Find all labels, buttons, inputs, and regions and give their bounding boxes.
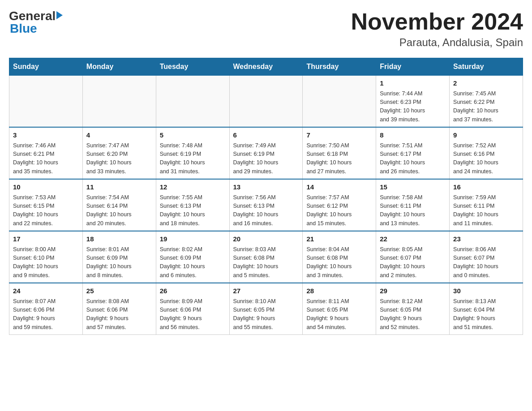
calendar-cell: 30Sunrise: 8:13 AMSunset: 6:04 PMDayligh…: [450, 283, 523, 335]
calendar-cell: 27Sunrise: 8:10 AMSunset: 6:05 PMDayligh…: [229, 283, 303, 335]
logo: General Blue: [9, 9, 63, 36]
calendar-cell: 9Sunrise: 7:52 AMSunset: 6:16 PMDaylight…: [450, 127, 523, 179]
calendar-cell: 18Sunrise: 8:01 AMSunset: 6:09 PMDayligh…: [82, 231, 156, 283]
calendar-cell: 28Sunrise: 8:11 AMSunset: 6:05 PMDayligh…: [303, 283, 376, 335]
day-number: 24: [13, 286, 79, 296]
day-info: Sunrise: 8:12 AMSunset: 6:05 PMDaylight:…: [380, 297, 446, 332]
calendar-cell: 22Sunrise: 8:05 AMSunset: 6:07 PMDayligh…: [376, 231, 450, 283]
day-info: Sunrise: 8:07 AMSunset: 6:06 PMDaylight:…: [13, 297, 79, 332]
calendar-table: SundayMondayTuesdayWednesdayThursdayFrid…: [9, 58, 523, 335]
day-number: 3: [13, 130, 79, 141]
day-info: Sunrise: 8:01 AMSunset: 6:09 PMDaylight:…: [86, 245, 152, 280]
day-info: Sunrise: 8:03 AMSunset: 6:08 PMDaylight:…: [233, 245, 299, 280]
calendar-cell: 21Sunrise: 8:04 AMSunset: 6:08 PMDayligh…: [303, 231, 376, 283]
calendar-cell: 24Sunrise: 8:07 AMSunset: 6:06 PMDayligh…: [9, 283, 83, 335]
day-number: 29: [380, 286, 446, 296]
day-number: 27: [233, 286, 299, 296]
calendar-header: SundayMondayTuesdayWednesdayThursdayFrid…: [9, 58, 523, 76]
calendar-cell: 2Sunrise: 7:45 AMSunset: 6:22 PMDaylight…: [450, 76, 523, 128]
calendar-cell: [156, 76, 229, 128]
calendar-cell: [9, 76, 83, 128]
weekday-sunday: Sunday: [9, 58, 83, 76]
calendar-cell: [82, 76, 156, 128]
day-number: 26: [160, 286, 226, 296]
weekday-saturday: Saturday: [450, 58, 523, 76]
calendar-week-1: 1Sunrise: 7:44 AMSunset: 6:23 PMDaylight…: [9, 76, 523, 128]
day-number: 13: [233, 182, 299, 193]
day-number: 10: [13, 182, 79, 193]
day-info: Sunrise: 7:52 AMSunset: 6:16 PMDaylight:…: [453, 141, 519, 176]
calendar-cell: [229, 76, 303, 128]
calendar-cell: 6Sunrise: 7:49 AMSunset: 6:19 PMDaylight…: [229, 127, 303, 179]
calendar-cell: 15Sunrise: 7:58 AMSunset: 6:11 PMDayligh…: [376, 179, 450, 231]
calendar-cell: 13Sunrise: 7:56 AMSunset: 6:13 PMDayligh…: [229, 179, 303, 231]
calendar-body: 1Sunrise: 7:44 AMSunset: 6:23 PMDaylight…: [9, 76, 523, 335]
day-number: 30: [453, 286, 519, 296]
day-info: Sunrise: 7:49 AMSunset: 6:19 PMDaylight:…: [233, 141, 299, 176]
day-number: 11: [86, 182, 152, 193]
title-block: November 2024 Parauta, Andalusia, Spain: [351, 9, 523, 49]
day-number: 28: [306, 286, 372, 296]
day-number: 21: [306, 234, 372, 244]
day-number: 18: [86, 234, 152, 244]
calendar-cell: 26Sunrise: 8:09 AMSunset: 6:06 PMDayligh…: [156, 283, 229, 335]
day-info: Sunrise: 8:02 AMSunset: 6:09 PMDaylight:…: [160, 245, 226, 280]
day-info: Sunrise: 8:04 AMSunset: 6:08 PMDaylight:…: [306, 245, 372, 280]
calendar-cell: 29Sunrise: 8:12 AMSunset: 6:05 PMDayligh…: [376, 283, 450, 335]
calendar-subtitle: Parauta, Andalusia, Spain: [351, 36, 523, 49]
day-number: 8: [380, 130, 446, 141]
day-number: 20: [233, 234, 299, 244]
calendar-week-5: 24Sunrise: 8:07 AMSunset: 6:06 PMDayligh…: [9, 283, 523, 335]
weekday-wednesday: Wednesday: [229, 58, 303, 76]
calendar-cell: 3Sunrise: 7:46 AMSunset: 6:21 PMDaylight…: [9, 127, 83, 179]
day-info: Sunrise: 8:05 AMSunset: 6:07 PMDaylight:…: [380, 245, 446, 280]
weekday-friday: Friday: [376, 58, 450, 76]
day-info: Sunrise: 7:50 AMSunset: 6:18 PMDaylight:…: [306, 141, 372, 176]
day-info: Sunrise: 7:46 AMSunset: 6:21 PMDaylight:…: [13, 141, 79, 176]
day-number: 14: [306, 182, 372, 193]
calendar-week-2: 3Sunrise: 7:46 AMSunset: 6:21 PMDaylight…: [9, 127, 523, 179]
day-number: 1: [380, 78, 446, 89]
day-number: 2: [453, 78, 519, 89]
day-number: 22: [380, 234, 446, 244]
calendar-cell: 11Sunrise: 7:54 AMSunset: 6:14 PMDayligh…: [82, 179, 156, 231]
calendar-cell: 1Sunrise: 7:44 AMSunset: 6:23 PMDaylight…: [376, 76, 450, 128]
calendar-cell: 7Sunrise: 7:50 AMSunset: 6:18 PMDaylight…: [303, 127, 376, 179]
calendar-cell: 5Sunrise: 7:48 AMSunset: 6:19 PMDaylight…: [156, 127, 229, 179]
day-number: 12: [160, 182, 226, 193]
weekday-monday: Monday: [82, 58, 156, 76]
day-info: Sunrise: 7:55 AMSunset: 6:13 PMDaylight:…: [160, 193, 226, 228]
day-number: 5: [160, 130, 226, 141]
day-info: Sunrise: 7:44 AMSunset: 6:23 PMDaylight:…: [380, 90, 446, 124]
weekday-thursday: Thursday: [303, 58, 376, 76]
day-info: Sunrise: 7:59 AMSunset: 6:11 PMDaylight:…: [453, 193, 519, 228]
day-number: 15: [380, 182, 446, 193]
calendar-cell: 17Sunrise: 8:00 AMSunset: 6:10 PMDayligh…: [9, 231, 83, 283]
calendar-cell: 16Sunrise: 7:59 AMSunset: 6:11 PMDayligh…: [450, 179, 523, 231]
logo-blue-text: Blue: [9, 21, 37, 36]
calendar-cell: 20Sunrise: 8:03 AMSunset: 6:08 PMDayligh…: [229, 231, 303, 283]
day-info: Sunrise: 7:54 AMSunset: 6:14 PMDaylight:…: [86, 193, 152, 228]
day-number: 7: [306, 130, 372, 141]
day-info: Sunrise: 8:08 AMSunset: 6:06 PMDaylight:…: [86, 297, 152, 332]
day-number: 25: [86, 286, 152, 296]
day-number: 6: [233, 130, 299, 141]
day-info: Sunrise: 7:56 AMSunset: 6:13 PMDaylight:…: [233, 193, 299, 228]
day-number: 9: [453, 130, 519, 141]
day-info: Sunrise: 8:11 AMSunset: 6:05 PMDaylight:…: [306, 297, 372, 332]
calendar-cell: 10Sunrise: 7:53 AMSunset: 6:15 PMDayligh…: [9, 179, 83, 231]
day-info: Sunrise: 7:58 AMSunset: 6:11 PMDaylight:…: [380, 193, 446, 228]
day-number: 19: [160, 234, 226, 244]
day-info: Sunrise: 8:06 AMSunset: 6:07 PMDaylight:…: [453, 245, 519, 280]
calendar-cell: 25Sunrise: 8:08 AMSunset: 6:06 PMDayligh…: [82, 283, 156, 335]
calendar-title: November 2024: [351, 9, 523, 34]
day-info: Sunrise: 8:13 AMSunset: 6:04 PMDaylight:…: [453, 297, 519, 332]
weekday-header-row: SundayMondayTuesdayWednesdayThursdayFrid…: [9, 58, 523, 76]
day-info: Sunrise: 7:51 AMSunset: 6:17 PMDaylight:…: [380, 141, 446, 176]
day-info: Sunrise: 8:09 AMSunset: 6:06 PMDaylight:…: [160, 297, 226, 332]
day-number: 17: [13, 234, 79, 244]
day-info: Sunrise: 7:47 AMSunset: 6:20 PMDaylight:…: [86, 141, 152, 176]
day-info: Sunrise: 8:10 AMSunset: 6:05 PMDaylight:…: [233, 297, 299, 332]
calendar-cell: [303, 76, 376, 128]
day-number: 4: [86, 130, 152, 141]
